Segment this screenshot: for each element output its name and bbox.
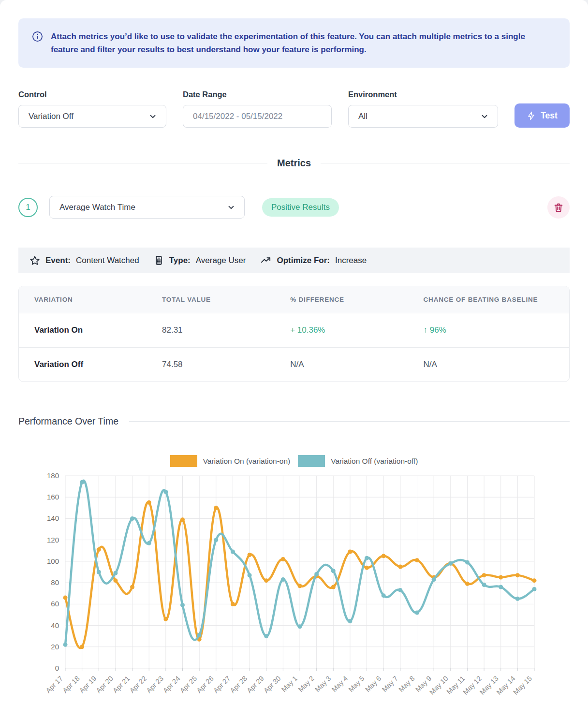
cell-difference: + 10.36% xyxy=(275,313,408,348)
results-table: VARIATION TOTAL VALUE % DIFFERENCE CHANC… xyxy=(18,286,570,382)
control-label: Control xyxy=(18,90,166,99)
svg-text:May 1: May 1 xyxy=(280,675,299,693)
svg-text:Apr 19: Apr 19 xyxy=(78,675,98,695)
svg-text:Apr 27: Apr 27 xyxy=(212,675,232,695)
svg-text:100: 100 xyxy=(47,557,59,565)
cell-difference: N/A xyxy=(275,348,408,382)
metric-meta-bar: Event: Content Watched Type: Average Use… xyxy=(18,248,570,273)
legend-swatch-variation-off xyxy=(298,455,325,467)
col-header-chance: CHANCE OF BEATING BASELINE xyxy=(408,286,569,313)
svg-text:Apr 30: Apr 30 xyxy=(262,675,282,695)
svg-text:Apr 18: Apr 18 xyxy=(61,675,81,695)
svg-text:May 4: May 4 xyxy=(330,675,349,693)
meta-event-label: Event: xyxy=(45,256,71,265)
svg-text:20: 20 xyxy=(51,643,59,651)
divider-line xyxy=(129,421,570,422)
svg-text:May 3: May 3 xyxy=(313,675,332,693)
svg-text:140: 140 xyxy=(47,514,59,523)
info-icon xyxy=(32,31,43,42)
cell-total-value: 74.58 xyxy=(147,348,275,382)
line-chart: 020406080100120140160180Apr 17Apr 18Apr … xyxy=(18,470,570,704)
metric-select-value: Average Watch Time xyxy=(59,203,227,212)
calculator-icon xyxy=(154,255,164,265)
filters-row: Control Variation Off Date Range 04/15/2… xyxy=(18,90,570,128)
svg-text:Apr 25: Apr 25 xyxy=(178,675,199,695)
date-range-label: Date Range xyxy=(183,90,332,99)
control-select[interactable]: Variation Off xyxy=(18,105,166,128)
environment-field: Environment All xyxy=(348,90,498,128)
svg-text:Apr 29: Apr 29 xyxy=(245,675,265,695)
svg-text:May 7: May 7 xyxy=(381,675,399,693)
svg-text:160: 160 xyxy=(47,493,59,501)
chevron-down-icon xyxy=(148,112,157,121)
metric-select[interactable]: Average Watch Time xyxy=(49,196,245,219)
meta-type: Type: Average User xyxy=(154,255,246,265)
delete-metric-button[interactable] xyxy=(547,196,570,219)
col-header-difference: % DIFFERENCE xyxy=(275,286,408,313)
svg-text:May 8: May 8 xyxy=(397,675,416,693)
experiment-metrics-panel: Attach metrics you’d like to use to vali… xyxy=(0,0,588,704)
meta-optimize-value: Increase xyxy=(335,256,367,265)
svg-text:40: 40 xyxy=(51,621,59,630)
control-field: Control Variation Off xyxy=(18,90,166,128)
trend-up-icon xyxy=(260,255,271,266)
results-status-badge: Positive Results xyxy=(262,198,339,217)
legend-label-variation-on: Variation On (variation-on) xyxy=(203,457,291,466)
trash-icon xyxy=(553,202,564,213)
meta-event: Event: Content Watched xyxy=(29,255,139,266)
chart-legend: Variation On (variation-on) Variation Of… xyxy=(18,455,570,467)
performance-chart: 020406080100120140160180Apr 17Apr 18Apr … xyxy=(18,470,570,704)
svg-text:Apr 17: Apr 17 xyxy=(44,675,65,695)
svg-text:Apr 24: Apr 24 xyxy=(162,675,182,695)
svg-text:120: 120 xyxy=(47,536,59,544)
svg-text:May 15: May 15 xyxy=(512,675,533,696)
svg-text:Apr 20: Apr 20 xyxy=(95,675,115,695)
svg-text:May 10: May 10 xyxy=(428,675,450,696)
meta-type-value: Average User xyxy=(196,256,246,265)
control-select-value: Variation Off xyxy=(29,112,148,121)
svg-text:May 6: May 6 xyxy=(364,675,382,693)
legend-label-variation-off: Variation Off (variation-off) xyxy=(331,457,418,466)
legend-item-variation-off[interactable]: Variation Off (variation-off) xyxy=(298,455,418,467)
cell-chance: N/A xyxy=(408,348,569,382)
chevron-down-icon xyxy=(480,112,489,121)
col-header-variation: VARIATION xyxy=(19,286,147,313)
svg-text:60: 60 xyxy=(51,600,59,608)
star-icon xyxy=(29,255,40,266)
table-row: Variation Off 74.58 N/A N/A xyxy=(19,348,569,382)
test-button[interactable]: Test xyxy=(514,103,570,128)
environment-label: Environment xyxy=(348,90,498,99)
table-row: Variation On 82.31 + 10.36% ↑ 96% xyxy=(19,313,569,348)
svg-text:Apr 22: Apr 22 xyxy=(128,675,148,695)
environment-select-value: All xyxy=(358,112,480,121)
metric-number-badge: 1 xyxy=(18,198,38,217)
metrics-section-title: Metrics xyxy=(277,158,311,169)
cell-total-value: 82.31 xyxy=(147,313,275,348)
metric-row: 1 Average Watch Time Positive Results xyxy=(18,196,570,219)
svg-text:Apr 28: Apr 28 xyxy=(229,675,249,695)
cell-variation: Variation Off xyxy=(19,348,147,382)
environment-select[interactable]: All xyxy=(348,105,498,128)
lightning-icon xyxy=(527,111,536,120)
cell-variation: Variation On xyxy=(19,313,147,348)
table-header-row: VARIATION TOTAL VALUE % DIFFERENCE CHANC… xyxy=(19,286,569,313)
meta-event-value: Content Watched xyxy=(76,256,139,265)
divider-line xyxy=(321,163,570,163)
svg-text:Apr 26: Apr 26 xyxy=(195,675,215,695)
divider-line xyxy=(18,163,267,163)
performance-title: Performance Over Time xyxy=(18,416,118,427)
svg-text:Apr 21: Apr 21 xyxy=(111,675,132,695)
col-header-total-value: TOTAL VALUE xyxy=(147,286,275,313)
meta-type-label: Type: xyxy=(169,256,191,265)
date-range-input[interactable]: 04/15/2022 - 05/15/2022 xyxy=(183,105,332,128)
meta-optimize-label: Optimize For: xyxy=(277,256,330,265)
date-range-value: 04/15/2022 - 05/15/2022 xyxy=(193,112,323,121)
svg-text:80: 80 xyxy=(51,578,59,587)
test-button-label: Test xyxy=(541,111,558,121)
svg-text:May 5: May 5 xyxy=(347,675,366,693)
svg-text:0: 0 xyxy=(55,664,59,672)
legend-item-variation-on[interactable]: Variation On (variation-on) xyxy=(170,455,291,467)
metrics-section-header: Metrics xyxy=(18,158,570,169)
legend-swatch-variation-on xyxy=(170,455,197,467)
svg-text:Apr 23: Apr 23 xyxy=(145,675,165,695)
